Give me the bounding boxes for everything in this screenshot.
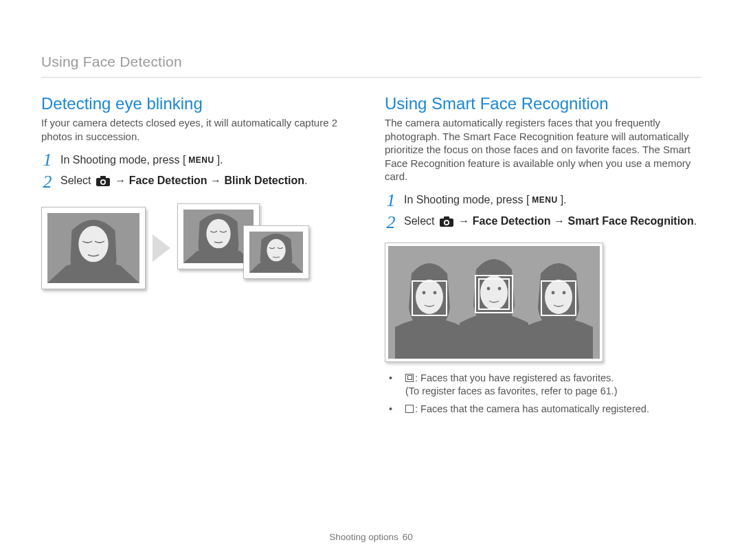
step2-dot: . [304, 175, 307, 186]
step-number: 1 [385, 192, 397, 210]
step-text: In Shooting mode, press [MENU]. [60, 153, 223, 168]
sfr-illustration [385, 243, 603, 362]
svg-point-11 [267, 239, 285, 262]
step-text: Select → Face Detection → Blink Detectio… [60, 174, 307, 190]
step-text: In Shooting mode, press [MENU]. [404, 193, 567, 208]
step2-sfr: Smart Face Recognition [568, 215, 694, 227]
sfr-description: The camera automatically registers faces… [385, 116, 701, 183]
arrow-icon [153, 234, 170, 262]
camera-icon [96, 176, 110, 190]
step2-select: Select [60, 175, 94, 186]
step2-dot: . [694, 215, 697, 227]
step-number: 2 [41, 173, 54, 191]
step2-arrow: → [456, 215, 473, 227]
camera-icon [440, 216, 453, 231]
blink-step-2: 2 Select → Face Detection → Blink Detect… [41, 173, 357, 191]
svg-rect-1 [100, 176, 106, 179]
double-square-icon [405, 374, 414, 382]
menu-icon: MENU [530, 194, 559, 205]
legend-subtext: (To register faces as favorites, refer t… [405, 385, 618, 396]
step2-select: Select [404, 215, 438, 227]
step-pre: In Shooting mode, press [ [404, 194, 529, 205]
page-header: Using Face Detection [41, 54, 701, 78]
sfr-step-1: 1 In Shooting mode, press [MENU]. [385, 192, 701, 210]
svg-point-9 [206, 219, 230, 249]
step-post: ]. [217, 154, 223, 166]
step-number: 1 [41, 151, 54, 169]
heading-blink: Detecting eye blinking [41, 94, 357, 113]
page-header-title: Using Face Detection [41, 54, 182, 69]
step2-arrow: → [112, 175, 129, 186]
photo-frame-before [41, 207, 146, 289]
step2-arrow: → [551, 215, 568, 227]
photo-frame-after-2 [243, 225, 309, 279]
legend-item-favorite: : Faces that you have registered as favo… [385, 372, 701, 399]
step2-arrow: → [207, 175, 225, 186]
legend-text: : Faces that you have registered as favo… [415, 372, 614, 383]
single-square-icon [405, 405, 414, 413]
sfr-legend: : Faces that you have registered as favo… [385, 372, 701, 416]
step2-face-detection: Face Detection [129, 175, 207, 186]
face-box-single [412, 280, 447, 316]
svg-marker-7 [153, 234, 170, 262]
footer-page-number: 60 [403, 532, 413, 542]
footer-section: Shooting options [329, 532, 398, 542]
face-box-double [475, 275, 513, 313]
svg-rect-13 [444, 216, 449, 219]
step2-face-detection: Face Detection [473, 215, 551, 227]
blink-step-1: 1 In Shooting mode, press [MENU]. [41, 151, 357, 169]
step-post: ]. [561, 194, 567, 205]
legend-item-auto: : Faces that the camera has automaticall… [385, 403, 701, 416]
step2-blink-detection: Blink Detection [225, 175, 304, 186]
page-footer: Shooting options60 [0, 532, 742, 542]
svg-point-6 [78, 226, 108, 262]
step-number: 2 [385, 214, 397, 232]
svg-point-3 [102, 181, 105, 184]
face-box-single [541, 280, 576, 316]
step-text: Select → Face Detection → Smart Face Rec… [404, 214, 697, 231]
blink-illustration [41, 203, 357, 293]
svg-point-15 [445, 221, 449, 224]
heading-sfr: Using Smart Face Recognition [385, 94, 701, 113]
step-pre: In Shooting mode, press [ [60, 154, 186, 166]
sfr-step-2: 2 Select → Face Detection → Smart Face R… [385, 214, 701, 232]
legend-text: : Faces that the camera has automaticall… [415, 403, 649, 414]
blink-description: If your camera detects closed eyes, it w… [41, 116, 357, 143]
menu-icon: MENU [187, 155, 215, 165]
